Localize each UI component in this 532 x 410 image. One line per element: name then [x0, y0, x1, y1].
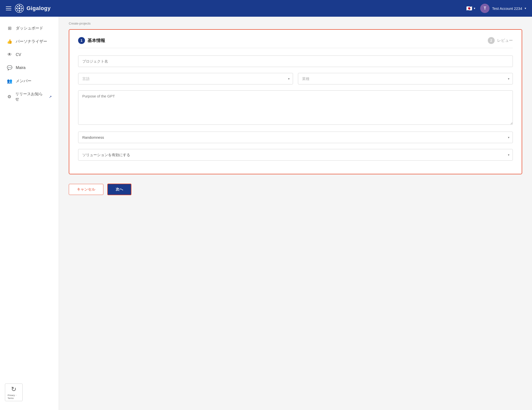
account-name: Test Account 2234 [492, 6, 522, 11]
sidebar-item-label-personalizer: パーソナライザー [16, 39, 47, 44]
breadcrumb: Create-projects [69, 22, 522, 25]
step-1-active: 1 基本情報 [78, 37, 105, 44]
sidebar-item-label-dashboard: ダッシュボード [16, 26, 43, 31]
steps-header: 1 基本情報 2 レビュー [78, 37, 513, 48]
account-menu[interactable]: T Test Account 2234 ▾ [480, 4, 526, 13]
language-select[interactable]: 言語 [78, 73, 293, 84]
svg-point-4 [16, 8, 18, 9]
avatar: T [480, 4, 490, 13]
sidebar-item-cv[interactable]: 👁 CV [0, 48, 59, 61]
sidebar-item-maira[interactable]: 💬 Maira [0, 61, 59, 74]
svg-point-5 [21, 8, 23, 9]
logo-text: Gigalogy [27, 5, 51, 12]
step-2-inactive: 2 レビュー [488, 37, 513, 44]
recaptcha-area: ↻ Privacy・Terms [0, 380, 59, 405]
layout: ⊞ ダッシュボード 👍 パーソナライザー 👁 CV 💬 Maira 👥 メンバー… [0, 17, 532, 410]
sidebar-item-release[interactable]: ⚙ リリースお知らせ ↗ [0, 88, 59, 106]
solution-select-wrapper: ソリューションを有効にする ▾ [78, 149, 513, 161]
svg-point-3 [19, 10, 20, 12]
recaptcha-symbol: ↻ [11, 385, 16, 393]
randomness-select-wrapper: Randomness ▾ [78, 132, 513, 143]
svg-point-8 [21, 6, 22, 7]
step-2-badge: 2 [488, 37, 495, 44]
release-icon: ⚙ [7, 94, 12, 99]
step-1-badge: 1 [78, 37, 85, 44]
form-footer: キャンセル 次へ [69, 181, 522, 198]
maira-icon: 💬 [7, 65, 12, 70]
purpose-textarea[interactable] [78, 90, 513, 125]
flag-icon: 🇯🇵 [466, 5, 472, 11]
sidebar-item-label-members: メンバー [16, 79, 31, 84]
project-name-input[interactable] [78, 55, 513, 67]
sidebar-nav: ⊞ ダッシュボード 👍 パーソナライザー 👁 CV 💬 Maira 👥 メンバー… [0, 22, 59, 106]
header-left: Gigalogy [6, 4, 51, 13]
sidebar-item-label-release: リリースお知らせ [15, 92, 44, 102]
purpose-group [78, 90, 513, 126]
cancel-button[interactable]: キャンセル [69, 184, 103, 195]
main-content: Create-projects 1 基本情報 2 レビュー [59, 17, 532, 410]
logo-area: Gigalogy [15, 4, 51, 13]
header: Gigalogy 🇯🇵 ▾ T Test Account 2234 ▾ [0, 0, 532, 17]
solution-select[interactable]: ソリューションを有効にする [78, 149, 513, 161]
account-chevron-icon: ▾ [525, 7, 526, 10]
sidebar-item-personalizer[interactable]: 👍 パーソナライザー [0, 35, 59, 48]
language-industry-row: 言語 ▾ 業種 ▾ [78, 73, 513, 84]
sidebar-item-members[interactable]: 👥 メンバー [0, 74, 59, 88]
project-name-group [78, 55, 513, 67]
header-right: 🇯🇵 ▾ T Test Account 2234 ▾ [466, 4, 526, 13]
svg-point-2 [19, 5, 20, 7]
personalizer-icon: 👍 [7, 39, 12, 44]
step-1-label: 基本情報 [87, 38, 105, 43]
step-2-label: レビュー [497, 38, 513, 43]
lang-chevron-icon: ▾ [474, 7, 475, 10]
industry-select[interactable]: 業種 [298, 73, 513, 84]
solution-group: ソリューションを有効にする ▾ [78, 149, 513, 161]
industry-select-wrapper: 業種 ▾ [298, 73, 513, 84]
logo-icon [15, 4, 24, 13]
members-icon: 👥 [7, 78, 12, 84]
dashboard-icon: ⊞ [7, 26, 12, 31]
svg-point-1 [18, 7, 20, 9]
language-selector[interactable]: 🇯🇵 ▾ [466, 5, 475, 11]
sidebar-item-dashboard[interactable]: ⊞ ダッシュボード [0, 22, 59, 35]
sidebar-item-label-cv: CV [16, 53, 21, 57]
randomness-group: Randomness ▾ [78, 132, 513, 143]
language-select-wrapper: 言語 ▾ [78, 73, 293, 84]
svg-point-9 [17, 10, 18, 11]
cv-icon: 👁 [7, 52, 12, 57]
sidebar: ⊞ ダッシュボード 👍 パーソナライザー 👁 CV 💬 Maira 👥 メンバー… [0, 17, 59, 410]
svg-point-6 [17, 6, 18, 7]
create-project-form-card: 1 基本情報 2 レビュー 言語 ▾ [69, 29, 522, 174]
next-button[interactable]: 次へ [107, 184, 131, 195]
hamburger-menu-button[interactable] [6, 6, 11, 10]
recaptcha-label: Privacy・Terms [8, 394, 20, 399]
sidebar-item-label-maira: Maira [16, 66, 26, 70]
randomness-select[interactable]: Randomness [78, 132, 513, 143]
external-link-icon: ↗ [49, 95, 52, 99]
svg-point-7 [21, 10, 22, 11]
recaptcha-widget[interactable]: ↻ Privacy・Terms [5, 383, 23, 401]
